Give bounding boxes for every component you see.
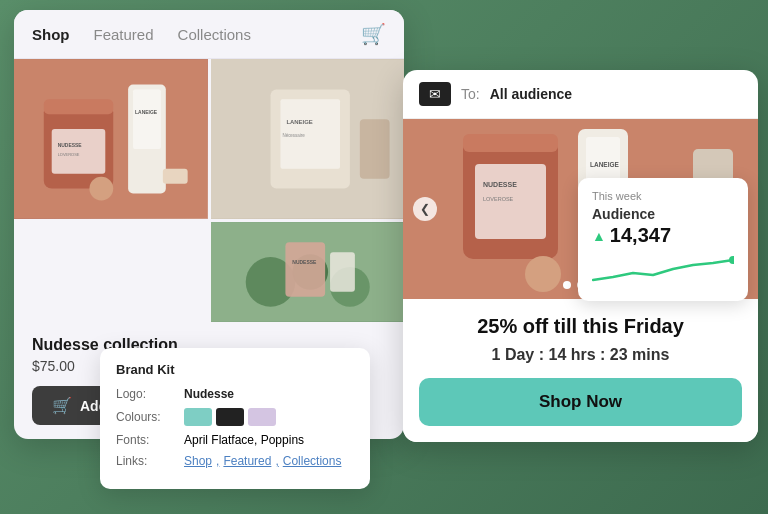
audience-count-value: 14,347 xyxy=(610,224,671,247)
promo-countdown: 1 Day : 14 hrs : 23 mins xyxy=(419,346,742,364)
brand-kit-logo-row: Logo: Nudesse xyxy=(116,387,354,401)
candle-scene-tr: LANEIGE Nécessaire xyxy=(211,59,405,219)
color-swatch-black xyxy=(216,408,244,426)
chevron-left-icon: ❮ xyxy=(420,202,430,216)
product-images: NUDESSE LOVEROSE LANEIGE LANE xyxy=(14,59,404,322)
brand-kit-link-sep2: , xyxy=(275,454,278,468)
shop-now-button[interactable]: Shop Now xyxy=(419,378,742,426)
shop-nav: Shop Featured Collections 🛒 xyxy=(14,10,404,59)
audience-chart xyxy=(592,255,734,285)
brand-kit-links-row: Links: Shop , Featured , Collections xyxy=(116,454,354,468)
svg-rect-23 xyxy=(330,252,355,292)
brand-kit-fonts-value: April Flatface, Poppins xyxy=(184,433,304,447)
nav-featured[interactable]: Featured xyxy=(94,26,154,43)
svg-text:LANEIGE: LANEIGE xyxy=(135,110,158,115)
svg-text:NUDESSE: NUDESSE xyxy=(292,260,317,265)
svg-rect-21 xyxy=(285,242,325,297)
svg-point-33 xyxy=(525,256,561,292)
email-to-label: To: xyxy=(461,86,480,102)
nav-collections[interactable]: Collections xyxy=(178,26,251,43)
svg-rect-16 xyxy=(359,119,389,179)
brand-kit-links-list: Shop , Featured , Collections xyxy=(184,454,341,468)
audience-label: Audience xyxy=(592,206,734,222)
brand-kit-link-sep1: , xyxy=(216,454,219,468)
product-image-main: NUDESSE LOVEROSE LANEIGE xyxy=(14,59,208,219)
brand-kit-fonts-label: Fonts: xyxy=(116,433,176,447)
brand-kit-card: Brand Kit Logo: Nudesse Colours: Fonts: … xyxy=(100,348,370,489)
product-image-bottom-right: NUDESSE xyxy=(211,222,405,322)
carousel-dot-1[interactable] xyxy=(563,281,571,289)
brand-kit-logo-value: Nudesse xyxy=(184,387,234,401)
svg-text:NUDESSE: NUDESSE xyxy=(483,181,517,188)
promo-title: 25% off till this Friday xyxy=(419,315,742,338)
cart-button-icon: 🛒 xyxy=(52,396,72,415)
audience-up-icon: ▲ xyxy=(592,228,606,244)
svg-point-36 xyxy=(729,256,734,264)
brand-kit-colours-row: Colours: xyxy=(116,408,354,426)
svg-text:Nécessaire: Nécessaire xyxy=(282,133,305,138)
color-swatch-lavender xyxy=(248,408,276,426)
brand-kit-link-collections[interactable]: Collections xyxy=(283,454,342,468)
cart-nav-icon[interactable]: 🛒 xyxy=(361,22,386,46)
color-swatch-teal xyxy=(184,408,212,426)
svg-rect-10 xyxy=(163,169,188,184)
svg-text:LOVEROSE: LOVEROSE xyxy=(483,196,514,202)
brand-kit-title: Brand Kit xyxy=(116,362,354,377)
email-icon: ✉ xyxy=(419,82,451,106)
email-header: ✉ To: All audience xyxy=(403,70,758,119)
brand-kit-logo-label: Logo: xyxy=(116,387,176,401)
brand-kit-color-swatches xyxy=(184,408,276,426)
svg-text:NUDESSE: NUDESSE xyxy=(58,143,83,148)
carousel-prev-button[interactable]: ❮ xyxy=(413,197,437,221)
svg-rect-2 xyxy=(44,99,113,114)
brand-kit-link-shop[interactable]: Shop xyxy=(184,454,212,468)
svg-rect-7 xyxy=(133,89,161,149)
brand-kit-links-label: Links: xyxy=(116,454,176,468)
svg-text:LANEIGE: LANEIGE xyxy=(590,161,620,168)
product-image-top-right: LANEIGE Nécessaire xyxy=(211,59,405,219)
svg-text:LANEIGE: LANEIGE xyxy=(286,119,312,125)
audience-week-label: This week xyxy=(592,190,734,202)
brand-kit-colours-label: Colours: xyxy=(116,410,176,424)
nav-shop[interactable]: Shop xyxy=(32,26,70,43)
svg-point-9 xyxy=(89,177,113,201)
candle-scene-main: NUDESSE LOVEROSE LANEIGE xyxy=(14,59,208,219)
email-promo-section: 25% off till this Friday 1 Day : 14 hrs … xyxy=(403,299,758,442)
svg-rect-26 xyxy=(463,134,558,152)
brand-kit-fonts-row: Fonts: April Flatface, Poppins xyxy=(116,433,354,447)
audience-widget: This week Audience ▲ 14,347 xyxy=(578,178,748,301)
email-audience-value: All audience xyxy=(490,86,572,102)
audience-count: ▲ 14,347 xyxy=(592,224,734,247)
brand-kit-link-featured[interactable]: Featured xyxy=(223,454,271,468)
svg-text:LOVEROSE: LOVEROSE xyxy=(58,152,80,157)
candle-scene-br: NUDESSE xyxy=(211,222,405,322)
